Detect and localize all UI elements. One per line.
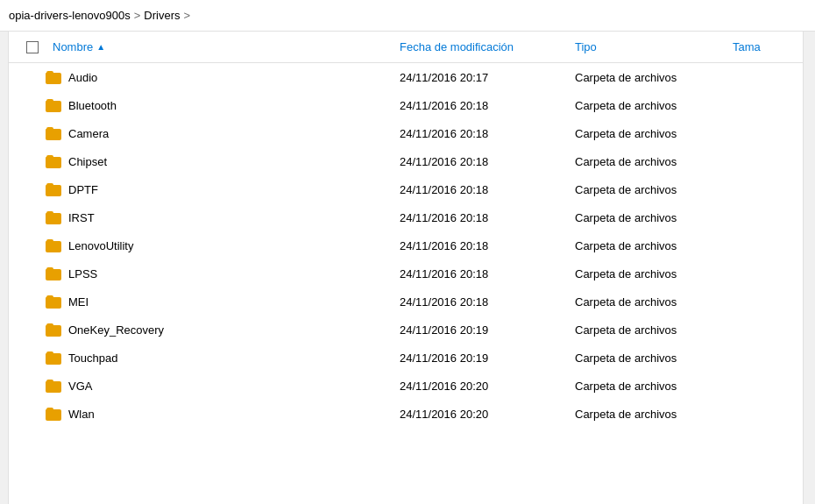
table-row[interactable]: LenovoUtility 24/11/2016 20:18 Carpeta d… xyxy=(9,231,803,259)
folder-icon xyxy=(46,351,63,365)
file-fecha: 24/11/2016 20:18 xyxy=(400,267,575,280)
file-name: Touchpad xyxy=(68,351,400,365)
col-header-tipo[interactable]: Tipo xyxy=(575,40,733,53)
file-name: Audio xyxy=(68,71,400,84)
folder-icon xyxy=(46,295,63,309)
folder-icon xyxy=(46,238,63,252)
file-fecha: 24/11/2016 20:18 xyxy=(400,211,575,224)
table-row[interactable]: VGA 24/11/2016 20:20 Carpeta de archivos xyxy=(9,372,803,400)
file-tipo: Carpeta de archivos xyxy=(575,99,733,112)
file-tipo: Carpeta de archivos xyxy=(575,155,733,168)
folder-icon xyxy=(46,266,63,280)
file-tipo: Carpeta de archivos xyxy=(575,295,733,309)
table-row[interactable]: Touchpad 24/11/2016 20:19 Carpeta de arc… xyxy=(9,344,803,372)
file-tipo: Carpeta de archivos xyxy=(575,380,733,393)
table-row[interactable]: Audio 24/11/2016 20:17 Carpeta de archiv… xyxy=(9,63,803,91)
file-name: Chipset xyxy=(68,155,400,168)
table-row[interactable]: LPSS 24/11/2016 20:18 Carpeta de archivo… xyxy=(9,259,803,287)
file-tipo: Carpeta de archivos xyxy=(575,408,733,421)
file-fecha: 24/11/2016 20:20 xyxy=(400,380,575,393)
breadcrumb-parent[interactable]: opia-drivers-lenovo900s xyxy=(9,9,131,22)
folder-icon xyxy=(46,182,63,196)
file-tipo: Carpeta de archivos xyxy=(575,239,733,252)
file-fecha: 24/11/2016 20:18 xyxy=(400,239,575,252)
file-name: OneKey_Recovery xyxy=(68,323,400,337)
col-header-nombre[interactable]: Nombre ▲ xyxy=(46,40,400,53)
table-row[interactable]: MEI 24/11/2016 20:18 Carpeta de archivos xyxy=(9,287,803,316)
folder-icon xyxy=(46,154,63,168)
file-fecha: 24/11/2016 20:17 xyxy=(400,71,575,84)
folder-icon xyxy=(46,323,63,337)
table-row[interactable]: DPTF 24/11/2016 20:18 Carpeta de archivo… xyxy=(9,175,803,203)
folder-icon xyxy=(46,407,63,421)
sort-arrow-icon: ▲ xyxy=(96,42,105,52)
breadcrumb-sep2: > xyxy=(184,9,191,22)
file-fecha: 24/11/2016 20:18 xyxy=(400,99,575,112)
file-fecha: 24/11/2016 20:18 xyxy=(400,155,575,168)
table-row[interactable]: Chipset 24/11/2016 20:18 Carpeta de arch… xyxy=(9,147,803,175)
folder-icon xyxy=(46,70,63,84)
table-row[interactable]: Wlan 24/11/2016 20:20 Carpeta de archivo… xyxy=(9,400,803,428)
checkbox-box[interactable] xyxy=(26,41,39,53)
file-name: Wlan xyxy=(68,408,400,421)
folder-icon xyxy=(46,210,63,224)
file-list: Audio 24/11/2016 20:17 Carpeta de archiv… xyxy=(9,63,803,504)
main-container: Nombre ▲ Fecha de modificación Tipo Tama… xyxy=(0,32,815,504)
table-row[interactable]: Bluetooth 24/11/2016 20:18 Carpeta de ar… xyxy=(9,91,803,119)
table-row[interactable]: Camera 24/11/2016 20:18 Carpeta de archi… xyxy=(9,119,803,147)
folder-icon xyxy=(46,98,63,112)
file-fecha: 24/11/2016 20:20 xyxy=(400,408,575,421)
col-header-fecha[interactable]: Fecha de modificación xyxy=(400,40,575,53)
breadcrumb-sep1: > xyxy=(134,9,141,22)
folder-icon xyxy=(46,126,63,140)
table-row[interactable]: OneKey_Recovery 24/11/2016 20:19 Carpeta… xyxy=(9,316,803,344)
file-name: LenovoUtility xyxy=(68,239,400,252)
file-name: IRST xyxy=(68,211,400,224)
file-name: DPTF xyxy=(68,183,400,196)
scrollbar[interactable] xyxy=(803,32,815,504)
breadcrumb: opia-drivers-lenovo900s > Drivers > xyxy=(0,0,815,32)
file-tipo: Carpeta de archivos xyxy=(575,71,733,84)
table-row[interactable]: IRST 24/11/2016 20:18 Carpeta de archivo… xyxy=(9,203,803,231)
file-name: VGA xyxy=(68,380,400,393)
file-name: LPSS xyxy=(68,267,400,280)
column-headers: Nombre ▲ Fecha de modificación Tipo Tama xyxy=(9,32,803,63)
file-tipo: Carpeta de archivos xyxy=(575,211,733,224)
sidebar-strip xyxy=(0,32,9,504)
file-tipo: Carpeta de archivos xyxy=(575,267,733,280)
file-tipo: Carpeta de archivos xyxy=(575,323,733,337)
file-name: Bluetooth xyxy=(68,99,400,112)
file-fecha: 24/11/2016 20:18 xyxy=(400,127,575,140)
file-tipo: Carpeta de archivos xyxy=(575,127,733,140)
file-fecha: 24/11/2016 20:19 xyxy=(400,323,575,337)
file-fecha: 24/11/2016 20:19 xyxy=(400,351,575,365)
file-tipo: Carpeta de archivos xyxy=(575,183,733,196)
col-header-tama[interactable]: Tama xyxy=(733,40,803,53)
file-name: MEI xyxy=(68,295,400,309)
file-fecha: 24/11/2016 20:18 xyxy=(400,295,575,309)
file-fecha: 24/11/2016 20:18 xyxy=(400,183,575,196)
folder-icon xyxy=(46,379,63,393)
breadcrumb-current[interactable]: Drivers xyxy=(144,9,180,22)
file-area: Nombre ▲ Fecha de modificación Tipo Tama… xyxy=(9,32,803,504)
select-all-checkbox[interactable] xyxy=(26,41,46,53)
file-name: Camera xyxy=(68,127,400,140)
file-tipo: Carpeta de archivos xyxy=(575,351,733,365)
